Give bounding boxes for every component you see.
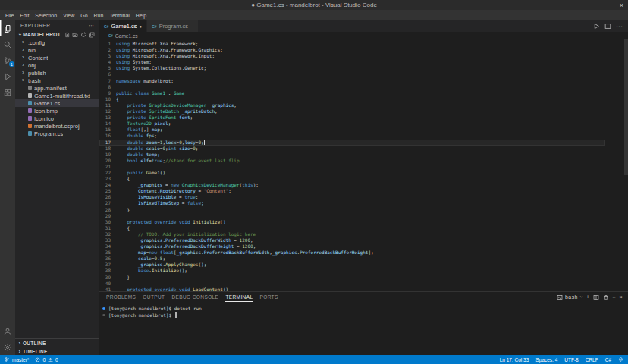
code-line-4[interactable]: 4using System; bbox=[99, 59, 605, 65]
menu-selection[interactable]: Selection bbox=[32, 13, 60, 18]
code-editor[interactable]: 1using Microsoft.Xna.Framework;2using Mi… bbox=[99, 39, 628, 291]
activity-explorer[interactable] bbox=[0, 20, 15, 36]
command-decoration-icon[interactable] bbox=[102, 307, 105, 310]
activity-source-control[interactable]: 1 bbox=[0, 52, 15, 68]
close-panel-icon[interactable]: × bbox=[620, 294, 623, 300]
code-line-23[interactable]: 23 { bbox=[99, 176, 605, 182]
new-terminal-icon[interactable]: + bbox=[586, 294, 590, 300]
code-line-27[interactable]: 27 IsFixedTimeStep = false; bbox=[99, 200, 605, 206]
code-line-1[interactable]: 1using Microsoft.Xna.Framework; bbox=[99, 41, 605, 47]
tree-item-mandelbrot.csproj[interactable]: mandelbrot.csproj bbox=[15, 122, 99, 130]
tab-Game1.cs[interactable]: C#Game1.cs● bbox=[99, 20, 147, 32]
activity-accounts[interactable] bbox=[0, 323, 15, 339]
shell-selector[interactable]: bash› bbox=[557, 293, 582, 300]
tree-item-obj[interactable]: ›obj bbox=[15, 61, 99, 69]
menu-view[interactable]: View bbox=[60, 13, 77, 18]
code-line-37[interactable]: 37 _graphics.ApplyChanges(); bbox=[99, 262, 605, 268]
tree-item-Program.cs[interactable]: Program.cs bbox=[15, 130, 99, 137]
menu-file[interactable]: File bbox=[2, 13, 17, 18]
breadcrumb[interactable]: C# Game1.cs bbox=[99, 32, 628, 39]
code-line-31[interactable]: 31 { bbox=[99, 225, 605, 231]
code-line-34[interactable]: 34 _graphics.PreferredBackBufferHeight =… bbox=[99, 243, 605, 249]
branch-status[interactable]: master* bbox=[5, 356, 29, 362]
command-decoration-icon[interactable] bbox=[102, 314, 105, 316]
code-line-38[interactable]: 38 base.Initialize(); bbox=[99, 268, 605, 274]
editor-scrollbar[interactable] bbox=[624, 39, 628, 175]
tree-item-Game1.cs[interactable]: Game1.cs bbox=[15, 99, 99, 107]
code-line-39[interactable]: 39 } bbox=[99, 275, 605, 281]
views-more-actions-icon[interactable]: ⋯ bbox=[89, 23, 94, 29]
tree-item-.config[interactable]: ›.config bbox=[15, 39, 99, 46]
kill-terminal-icon[interactable] bbox=[603, 294, 609, 300]
tree-item-Icon.bmp[interactable]: Icon.bmp bbox=[15, 107, 99, 115]
new-file-icon[interactable] bbox=[64, 32, 70, 38]
code-line-5[interactable]: 5using System.Collections.Generic; bbox=[99, 65, 605, 71]
code-line-40[interactable]: 40 bbox=[99, 281, 605, 287]
code-line-24[interactable]: 24 _graphics = new GraphicsDeviceManager… bbox=[99, 182, 605, 188]
code-line-15[interactable]: 15 float[,] map; bbox=[99, 127, 605, 133]
panel-tab-output[interactable]: OUTPUT bbox=[143, 292, 165, 302]
code-line-35[interactable]: 35 map=new float[_graphics.PreferredBack… bbox=[99, 249, 605, 256]
cursor-position[interactable]: Ln 17, Col 33 bbox=[500, 357, 529, 362]
code-line-22[interactable]: 22 public Game1() bbox=[99, 170, 605, 176]
tree-item-app.manifest[interactable]: app.manifest bbox=[15, 84, 99, 92]
code-line-14[interactable]: 14 Texture2D pixel; bbox=[99, 121, 605, 127]
terminal-content[interactable]: [tony@arch mandelbrot]$ dotnet run[tony@… bbox=[99, 302, 628, 355]
code-line-7[interactable]: 7namespace mandelbrot; bbox=[99, 78, 605, 84]
panel-tab-ports[interactable]: PORTS bbox=[259, 292, 278, 302]
tab-Program.cs[interactable]: C#Program.cs● bbox=[147, 20, 198, 32]
tree-item-Content[interactable]: ›Content bbox=[15, 54, 99, 61]
panel-tab-debug-console[interactable]: DEBUG CONSOLE bbox=[171, 292, 218, 302]
maximize-panel-icon[interactable]: › bbox=[611, 296, 617, 298]
code-line-8[interactable]: 8 bbox=[99, 84, 605, 90]
code-line-30[interactable]: 30 protected override void Initialize() bbox=[99, 219, 605, 225]
timeline-section[interactable]: › TIMELINE bbox=[15, 347, 99, 355]
code-line-2[interactable]: 2using Microsoft.Xna.Framework.Graphics; bbox=[99, 47, 605, 53]
language-mode[interactable]: C# bbox=[605, 357, 611, 362]
menu-edit[interactable]: Edit bbox=[17, 13, 32, 18]
activity-search[interactable] bbox=[0, 36, 15, 52]
code-line-16[interactable]: 16 double fps; bbox=[99, 133, 605, 139]
refresh-icon[interactable] bbox=[80, 32, 86, 38]
split-terminal-icon[interactable] bbox=[593, 294, 599, 300]
code-line-41[interactable]: 41 protected override void LoadContent() bbox=[99, 287, 605, 291]
run-button[interactable] bbox=[593, 23, 600, 30]
minimap[interactable] bbox=[607, 41, 623, 174]
tree-item-Game1-multithread.txt[interactable]: Game1-multithread.txt bbox=[15, 92, 99, 99]
code-line-29[interactable]: 29 bbox=[99, 213, 605, 219]
code-line-18[interactable]: 18 double scale=0;int size=0; bbox=[99, 146, 605, 152]
code-line-33[interactable]: 33 _graphics.PreferredBackBufferWidth = … bbox=[99, 237, 605, 243]
menu-go[interactable]: Go bbox=[77, 13, 90, 18]
code-line-17[interactable]: 17 double zoom=1,locx=0,locy=0; bbox=[99, 140, 605, 146]
code-line-32[interactable]: 32 // TODO: Add your initialization logi… bbox=[99, 231, 605, 237]
code-line-10[interactable]: 10{ bbox=[99, 96, 605, 102]
tree-item-bin[interactable]: ›bin bbox=[15, 46, 99, 54]
code-line-9[interactable]: 9public class Game1 : Game bbox=[99, 90, 605, 96]
menu-run[interactable]: Run bbox=[91, 13, 107, 18]
collapse-folders-icon[interactable] bbox=[89, 32, 95, 38]
split-editor-icon[interactable] bbox=[604, 23, 611, 30]
encoding-status[interactable]: UTF-8 bbox=[564, 357, 578, 362]
code-line-36[interactable]: 36 scale=0.5; bbox=[99, 256, 605, 262]
activity-settings[interactable] bbox=[0, 339, 15, 355]
code-line-12[interactable]: 12 private SpriteBatch _spriteBatch; bbox=[99, 108, 605, 115]
menu-terminal[interactable]: Terminal bbox=[106, 13, 132, 18]
code-line-6[interactable]: 6 bbox=[99, 71, 605, 77]
tree-item-trash[interactable]: ›trash bbox=[15, 77, 99, 84]
activity-extensions[interactable] bbox=[0, 84, 15, 100]
window-close-icon[interactable]: × bbox=[620, 0, 623, 10]
code-line-26[interactable]: 26 IsMouseVisible = true; bbox=[99, 194, 605, 200]
panel-tab-problems[interactable]: PROBLEMS bbox=[106, 292, 136, 302]
notifications-bell-icon[interactable] bbox=[618, 356, 623, 362]
code-line-3[interactable]: 3using Microsoft.Xna.Framework.Input; bbox=[99, 53, 605, 59]
activity-run-debug[interactable] bbox=[0, 68, 15, 84]
code-line-21[interactable]: 21 bbox=[99, 164, 605, 170]
tree-item-publish[interactable]: ›publish bbox=[15, 69, 99, 77]
code-line-11[interactable]: 11 private GraphicsDeviceManager _graphi… bbox=[99, 102, 605, 108]
tree-item-Icon.ico[interactable]: Icon.ico bbox=[15, 115, 99, 122]
eol-status[interactable]: CRLF bbox=[586, 357, 598, 362]
panel-tab-terminal[interactable]: TERMINAL bbox=[225, 292, 253, 302]
folder-section-header[interactable]: › MANDELBROT bbox=[15, 30, 99, 39]
menu-help[interactable]: Help bbox=[133, 13, 149, 18]
problems-status[interactable]: 0 0 bbox=[35, 357, 58, 362]
